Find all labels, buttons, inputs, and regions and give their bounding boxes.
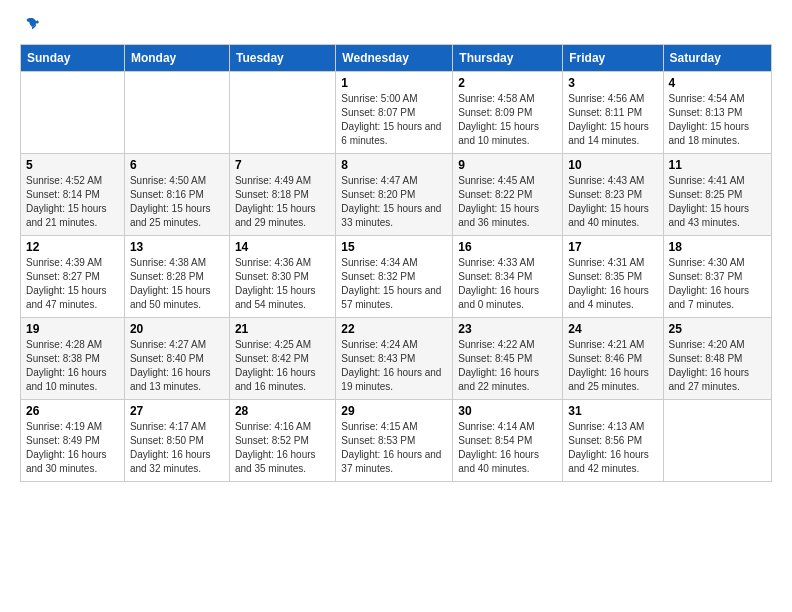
calendar-cell (124, 72, 229, 154)
calendar-week-3: 12Sunrise: 4:39 AMSunset: 8:27 PMDayligh… (21, 236, 772, 318)
calendar-cell: 11Sunrise: 4:41 AMSunset: 8:25 PMDayligh… (663, 154, 772, 236)
day-number: 29 (341, 404, 447, 418)
day-info: Sunrise: 4:41 AMSunset: 8:25 PMDaylight:… (669, 174, 767, 230)
weekday-header-friday: Friday (563, 45, 663, 72)
calendar-week-5: 26Sunrise: 4:19 AMSunset: 8:49 PMDayligh… (21, 400, 772, 482)
calendar-cell: 29Sunrise: 4:15 AMSunset: 8:53 PMDayligh… (336, 400, 453, 482)
day-info: Sunrise: 4:31 AMSunset: 8:35 PMDaylight:… (568, 256, 657, 312)
day-number: 12 (26, 240, 119, 254)
day-info: Sunrise: 4:27 AMSunset: 8:40 PMDaylight:… (130, 338, 224, 394)
calendar-cell: 12Sunrise: 4:39 AMSunset: 8:27 PMDayligh… (21, 236, 125, 318)
day-number: 21 (235, 322, 330, 336)
day-info: Sunrise: 4:56 AMSunset: 8:11 PMDaylight:… (568, 92, 657, 148)
day-number: 11 (669, 158, 767, 172)
day-info: Sunrise: 4:52 AMSunset: 8:14 PMDaylight:… (26, 174, 119, 230)
calendar-cell: 21Sunrise: 4:25 AMSunset: 8:42 PMDayligh… (229, 318, 335, 400)
calendar-cell: 7Sunrise: 4:49 AMSunset: 8:18 PMDaylight… (229, 154, 335, 236)
calendar-cell: 20Sunrise: 4:27 AMSunset: 8:40 PMDayligh… (124, 318, 229, 400)
day-info: Sunrise: 4:17 AMSunset: 8:50 PMDaylight:… (130, 420, 224, 476)
day-info: Sunrise: 4:19 AMSunset: 8:49 PMDaylight:… (26, 420, 119, 476)
day-number: 18 (669, 240, 767, 254)
day-number: 27 (130, 404, 224, 418)
calendar-cell (663, 400, 772, 482)
day-number: 13 (130, 240, 224, 254)
day-number: 8 (341, 158, 447, 172)
weekday-header-row: SundayMondayTuesdayWednesdayThursdayFrid… (21, 45, 772, 72)
day-info: Sunrise: 4:45 AMSunset: 8:22 PMDaylight:… (458, 174, 557, 230)
day-info: Sunrise: 4:49 AMSunset: 8:18 PMDaylight:… (235, 174, 330, 230)
calendar-cell (21, 72, 125, 154)
day-number: 9 (458, 158, 557, 172)
calendar-week-1: 1Sunrise: 5:00 AMSunset: 8:07 PMDaylight… (21, 72, 772, 154)
calendar-cell: 4Sunrise: 4:54 AMSunset: 8:13 PMDaylight… (663, 72, 772, 154)
calendar-cell: 10Sunrise: 4:43 AMSunset: 8:23 PMDayligh… (563, 154, 663, 236)
calendar-week-4: 19Sunrise: 4:28 AMSunset: 8:38 PMDayligh… (21, 318, 772, 400)
calendar-table: SundayMondayTuesdayWednesdayThursdayFrid… (20, 44, 772, 482)
day-info: Sunrise: 4:16 AMSunset: 8:52 PMDaylight:… (235, 420, 330, 476)
day-info: Sunrise: 4:14 AMSunset: 8:54 PMDaylight:… (458, 420, 557, 476)
day-info: Sunrise: 4:33 AMSunset: 8:34 PMDaylight:… (458, 256, 557, 312)
day-info: Sunrise: 4:34 AMSunset: 8:32 PMDaylight:… (341, 256, 447, 312)
day-number: 17 (568, 240, 657, 254)
calendar-cell: 5Sunrise: 4:52 AMSunset: 8:14 PMDaylight… (21, 154, 125, 236)
day-number: 26 (26, 404, 119, 418)
page-header (20, 16, 772, 32)
day-number: 20 (130, 322, 224, 336)
calendar-cell (229, 72, 335, 154)
logo-bird-icon (24, 16, 40, 32)
day-info: Sunrise: 4:25 AMSunset: 8:42 PMDaylight:… (235, 338, 330, 394)
calendar-cell: 23Sunrise: 4:22 AMSunset: 8:45 PMDayligh… (453, 318, 563, 400)
day-info: Sunrise: 4:47 AMSunset: 8:20 PMDaylight:… (341, 174, 447, 230)
calendar-cell: 27Sunrise: 4:17 AMSunset: 8:50 PMDayligh… (124, 400, 229, 482)
calendar-cell: 19Sunrise: 4:28 AMSunset: 8:38 PMDayligh… (21, 318, 125, 400)
calendar-cell: 6Sunrise: 4:50 AMSunset: 8:16 PMDaylight… (124, 154, 229, 236)
day-number: 15 (341, 240, 447, 254)
calendar-cell: 1Sunrise: 5:00 AMSunset: 8:07 PMDaylight… (336, 72, 453, 154)
calendar-cell: 25Sunrise: 4:20 AMSunset: 8:48 PMDayligh… (663, 318, 772, 400)
day-number: 19 (26, 322, 119, 336)
day-info: Sunrise: 4:28 AMSunset: 8:38 PMDaylight:… (26, 338, 119, 394)
day-info: Sunrise: 4:54 AMSunset: 8:13 PMDaylight:… (669, 92, 767, 148)
calendar-cell: 30Sunrise: 4:14 AMSunset: 8:54 PMDayligh… (453, 400, 563, 482)
day-number: 31 (568, 404, 657, 418)
day-number: 3 (568, 76, 657, 90)
day-number: 24 (568, 322, 657, 336)
day-number: 4 (669, 76, 767, 90)
calendar-cell: 15Sunrise: 4:34 AMSunset: 8:32 PMDayligh… (336, 236, 453, 318)
day-info: Sunrise: 4:36 AMSunset: 8:30 PMDaylight:… (235, 256, 330, 312)
calendar-cell: 26Sunrise: 4:19 AMSunset: 8:49 PMDayligh… (21, 400, 125, 482)
calendar-cell: 16Sunrise: 4:33 AMSunset: 8:34 PMDayligh… (453, 236, 563, 318)
day-info: Sunrise: 4:13 AMSunset: 8:56 PMDaylight:… (568, 420, 657, 476)
day-number: 5 (26, 158, 119, 172)
day-number: 1 (341, 76, 447, 90)
day-number: 30 (458, 404, 557, 418)
day-info: Sunrise: 4:22 AMSunset: 8:45 PMDaylight:… (458, 338, 557, 394)
weekday-header-sunday: Sunday (21, 45, 125, 72)
calendar-cell: 18Sunrise: 4:30 AMSunset: 8:37 PMDayligh… (663, 236, 772, 318)
weekday-header-thursday: Thursday (453, 45, 563, 72)
day-number: 7 (235, 158, 330, 172)
day-info: Sunrise: 5:00 AMSunset: 8:07 PMDaylight:… (341, 92, 447, 148)
day-info: Sunrise: 4:50 AMSunset: 8:16 PMDaylight:… (130, 174, 224, 230)
logo (20, 16, 42, 32)
day-info: Sunrise: 4:30 AMSunset: 8:37 PMDaylight:… (669, 256, 767, 312)
day-info: Sunrise: 4:24 AMSunset: 8:43 PMDaylight:… (341, 338, 447, 394)
day-number: 25 (669, 322, 767, 336)
calendar-cell: 9Sunrise: 4:45 AMSunset: 8:22 PMDaylight… (453, 154, 563, 236)
weekday-header-tuesday: Tuesday (229, 45, 335, 72)
day-number: 22 (341, 322, 447, 336)
calendar-cell: 31Sunrise: 4:13 AMSunset: 8:56 PMDayligh… (563, 400, 663, 482)
day-info: Sunrise: 4:43 AMSunset: 8:23 PMDaylight:… (568, 174, 657, 230)
calendar-cell: 28Sunrise: 4:16 AMSunset: 8:52 PMDayligh… (229, 400, 335, 482)
day-number: 28 (235, 404, 330, 418)
calendar-cell: 13Sunrise: 4:38 AMSunset: 8:28 PMDayligh… (124, 236, 229, 318)
day-info: Sunrise: 4:39 AMSunset: 8:27 PMDaylight:… (26, 256, 119, 312)
day-number: 14 (235, 240, 330, 254)
weekday-header-wednesday: Wednesday (336, 45, 453, 72)
day-info: Sunrise: 4:15 AMSunset: 8:53 PMDaylight:… (341, 420, 447, 476)
weekday-header-saturday: Saturday (663, 45, 772, 72)
calendar-cell: 24Sunrise: 4:21 AMSunset: 8:46 PMDayligh… (563, 318, 663, 400)
day-info: Sunrise: 4:38 AMSunset: 8:28 PMDaylight:… (130, 256, 224, 312)
calendar-cell: 14Sunrise: 4:36 AMSunset: 8:30 PMDayligh… (229, 236, 335, 318)
day-number: 2 (458, 76, 557, 90)
